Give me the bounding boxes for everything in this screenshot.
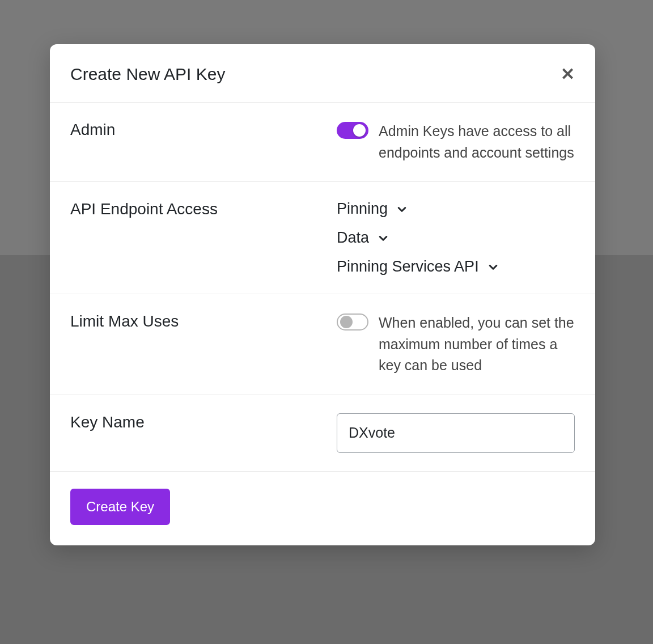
dropdown-label: Pinning [337, 200, 388, 218]
chevron-down-icon [487, 261, 499, 273]
admin-help-text: Admin Keys have access to all endpoints … [379, 121, 575, 163]
limit-uses-label: Limit Max Uses [70, 312, 337, 376]
endpoint-access-groups: Pinning Data Pinning Services API [337, 200, 575, 276]
limit-uses-toggle[interactable] [337, 313, 368, 331]
endpoint-group-pinning-services[interactable]: Pinning Services API [337, 258, 499, 276]
admin-toggle[interactable] [337, 122, 368, 139]
admin-label: Admin [70, 121, 337, 163]
limit-uses-controls: When enabled, you can set the maximum nu… [337, 312, 575, 376]
modal-footer: Create Key [50, 472, 595, 545]
chevron-down-icon [396, 203, 408, 215]
dropdown-label: Data [337, 229, 369, 247]
key-name-label: Key Name [70, 413, 337, 453]
limit-uses-help-text: When enabled, you can set the maximum nu… [379, 312, 575, 376]
key-name-section: Key Name [50, 395, 595, 472]
admin-controls: Admin Keys have access to all endpoints … [337, 121, 575, 163]
dropdown-label: Pinning Services API [337, 258, 479, 276]
chevron-down-icon [377, 232, 389, 244]
create-api-key-modal: Create New API Key ✕ Admin Admin Keys ha… [50, 44, 595, 545]
key-name-controls [337, 413, 575, 453]
key-name-input[interactable] [337, 413, 575, 453]
toggle-knob [340, 316, 353, 328]
toggle-knob [353, 124, 366, 137]
create-key-button[interactable]: Create Key [70, 489, 170, 525]
close-icon[interactable]: ✕ [561, 66, 575, 83]
admin-section: Admin Admin Keys have access to all endp… [50, 103, 595, 182]
endpoint-access-section: API Endpoint Access Pinning Data Pinning… [50, 182, 595, 294]
endpoint-access-label: API Endpoint Access [70, 200, 337, 276]
modal-title: Create New API Key [70, 65, 225, 84]
limit-uses-section: Limit Max Uses When enabled, you can set… [50, 294, 595, 395]
endpoint-group-pinning[interactable]: Pinning [337, 200, 408, 218]
endpoint-group-data[interactable]: Data [337, 229, 389, 247]
modal-header: Create New API Key ✕ [50, 44, 595, 103]
